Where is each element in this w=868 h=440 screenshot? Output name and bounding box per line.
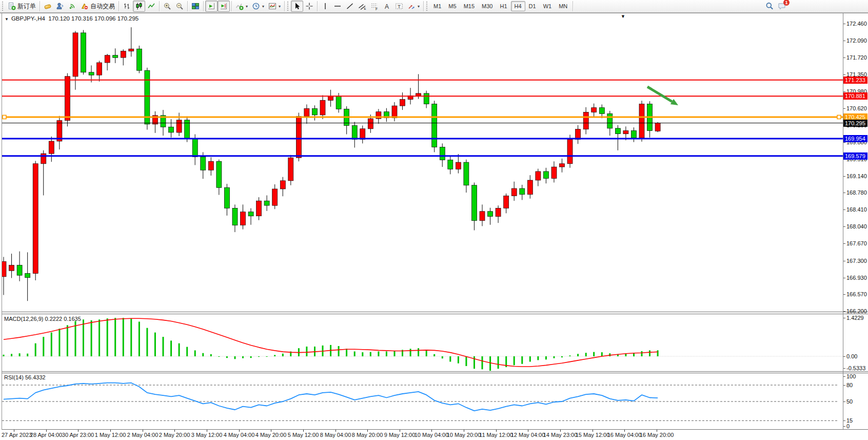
chart-shift-marker-icon[interactable]: ▼ bbox=[621, 14, 625, 19]
price-chart-plot[interactable] bbox=[2, 14, 843, 312]
rsi-tick bbox=[843, 385, 845, 386]
timeframe-m30-button[interactable]: M30 bbox=[478, 1, 496, 11]
chevron-down-icon[interactable]: ▾ bbox=[246, 4, 248, 9]
chart-window[interactable]: ▼GBPJPY-,H4 170.120 170.316 170.096 170.… bbox=[0, 13, 868, 440]
vline-icon bbox=[321, 2, 329, 10]
zoom-in-icon bbox=[163, 2, 171, 10]
horizontal-line-tool-button[interactable] bbox=[331, 1, 344, 12]
chevron-down-icon[interactable]: ▾ bbox=[418, 4, 420, 9]
cursor-tool-button[interactable] bbox=[291, 1, 303, 12]
rsi-plot[interactable] bbox=[2, 373, 843, 429]
cursor-icon bbox=[293, 2, 301, 10]
rsi-tick-label: 80 bbox=[846, 382, 853, 388]
new-order-button[interactable]: 新订单 bbox=[6, 1, 38, 12]
text-label-tool-button[interactable]: T bbox=[393, 1, 405, 12]
template-icon bbox=[268, 2, 277, 10]
current-price-badge: 170.295 bbox=[843, 120, 867, 127]
time-tick-label: 5 May 12:00 bbox=[288, 432, 319, 438]
price-tick bbox=[843, 74, 845, 75]
trendline-tool-button[interactable] bbox=[344, 1, 356, 12]
autoscroll-icon bbox=[207, 2, 215, 10]
zoom-out-button[interactable] bbox=[173, 1, 186, 12]
time-tick-label: 14 May 23:00 bbox=[543, 432, 578, 438]
search-button[interactable] bbox=[763, 1, 776, 12]
timeframe-m5-button[interactable]: M5 bbox=[445, 1, 460, 11]
macd-label: MACD(12,26,9) 0.2222 0.1635 bbox=[4, 316, 81, 322]
chat-button[interactable]: 1 bbox=[776, 1, 788, 12]
line-selection-handle[interactable] bbox=[837, 116, 841, 119]
timeframe-m15-button[interactable]: M15 bbox=[460, 1, 478, 11]
timeframe-m1-button[interactable]: M1 bbox=[430, 1, 445, 11]
level-price-badge: 170.881 bbox=[843, 92, 867, 100]
periods-button[interactable]: ▾ bbox=[250, 1, 266, 12]
time-tick-label: 11 May 12:00 bbox=[479, 432, 513, 438]
signals-button[interactable] bbox=[66, 1, 78, 12]
gold-icon bbox=[44, 2, 52, 10]
panel-separator[interactable] bbox=[2, 314, 868, 314]
macd-plot[interactable] bbox=[2, 315, 843, 371]
timeframe-h1-button[interactable]: H1 bbox=[496, 1, 510, 11]
text-tool-button[interactable]: A bbox=[381, 1, 393, 12]
zoom-out-icon bbox=[175, 2, 184, 10]
auto-trading-button[interactable]: 自动交易 bbox=[78, 1, 117, 12]
tile-windows-button[interactable] bbox=[189, 1, 202, 12]
timeframe-d1-button[interactable]: D1 bbox=[525, 1, 540, 11]
price-tick-label: 172.460 bbox=[846, 21, 867, 27]
price-tick bbox=[843, 91, 845, 92]
auto-trading-label: 自动交易 bbox=[90, 2, 115, 11]
toolbar-drag-handle[interactable] bbox=[287, 2, 289, 11]
templates-button[interactable]: ▾ bbox=[266, 1, 283, 12]
chevron-down-icon[interactable]: ▾ bbox=[262, 4, 264, 9]
fibonacci-tool-button[interactable]: F bbox=[368, 1, 381, 12]
indicators-list-button[interactable]: ▾ bbox=[233, 1, 250, 12]
line-chart-mode-button[interactable] bbox=[145, 1, 157, 12]
time-axis[interactable]: 27 Apr 202328 Apr 04:0030 Apr 23:001 May… bbox=[0, 430, 868, 440]
macd-tick bbox=[843, 356, 845, 357]
label-icon: T bbox=[395, 2, 403, 10]
timeframe-h4-button[interactable]: H4 bbox=[511, 1, 525, 11]
market-watch-button[interactable] bbox=[42, 1, 54, 12]
crosshair-icon bbox=[305, 2, 313, 10]
line-selection-handle[interactable] bbox=[3, 116, 6, 119]
time-tick-label: 30 Apr 23:00 bbox=[62, 432, 94, 438]
price-tick bbox=[843, 142, 845, 143]
equidistant-channel-tool-button[interactable]: E bbox=[356, 1, 368, 12]
rsi-tick bbox=[843, 376, 845, 377]
toolbar-separator bbox=[573, 1, 573, 11]
doc-plus-icon bbox=[8, 2, 16, 10]
crosshair-tool-button[interactable] bbox=[303, 1, 315, 12]
rsi-tick-label: 50 bbox=[846, 398, 853, 405]
bar-chart-mode-button[interactable] bbox=[121, 1, 133, 12]
chart-title: ▼GBPJPY-,H4 170.120 170.316 170.096 170.… bbox=[5, 15, 139, 22]
toolbar-separator bbox=[187, 1, 188, 11]
price-tick-label: 167.670 bbox=[846, 240, 867, 246]
price-tick bbox=[843, 278, 845, 278]
text-icon: A bbox=[383, 2, 391, 10]
horizontal-level-lines[interactable] bbox=[2, 80, 843, 156]
chart-shift-button[interactable] bbox=[218, 1, 230, 12]
candlestick-mode-button[interactable] bbox=[133, 1, 145, 12]
chevron-down-icon[interactable]: ▾ bbox=[279, 4, 281, 9]
timeframe-mn-button[interactable]: MN bbox=[555, 1, 571, 11]
auto-scroll-button[interactable] bbox=[205, 1, 218, 12]
macd-tick bbox=[843, 368, 845, 369]
symbol-dropdown-icon[interactable]: ▼ bbox=[5, 17, 9, 22]
timeframe-w1-button[interactable]: W1 bbox=[540, 1, 556, 11]
bars-icon bbox=[123, 2, 131, 10]
panel-separator[interactable] bbox=[2, 371, 868, 372]
rsi-tick bbox=[843, 420, 845, 421]
toolbar-drag-handle[interactable] bbox=[426, 2, 428, 11]
macd-tick-label: 1.4229 bbox=[846, 315, 864, 321]
accounts-button[interactable] bbox=[54, 1, 66, 12]
vertical-line-tool-button[interactable] bbox=[319, 1, 331, 12]
channel-icon: E bbox=[358, 2, 366, 10]
price-tick bbox=[843, 311, 845, 312]
panel-separator[interactable] bbox=[2, 312, 868, 312]
toolbar-drag-handle[interactable] bbox=[2, 2, 4, 11]
new-order-label: 新订单 bbox=[17, 2, 36, 11]
arrows-tool-button[interactable]: ▾ bbox=[405, 1, 422, 12]
zoom-in-button[interactable] bbox=[161, 1, 173, 12]
time-tick-label: 8 May 20:00 bbox=[352, 432, 383, 438]
price-tick bbox=[843, 58, 845, 58]
price-tick bbox=[843, 41, 845, 41]
